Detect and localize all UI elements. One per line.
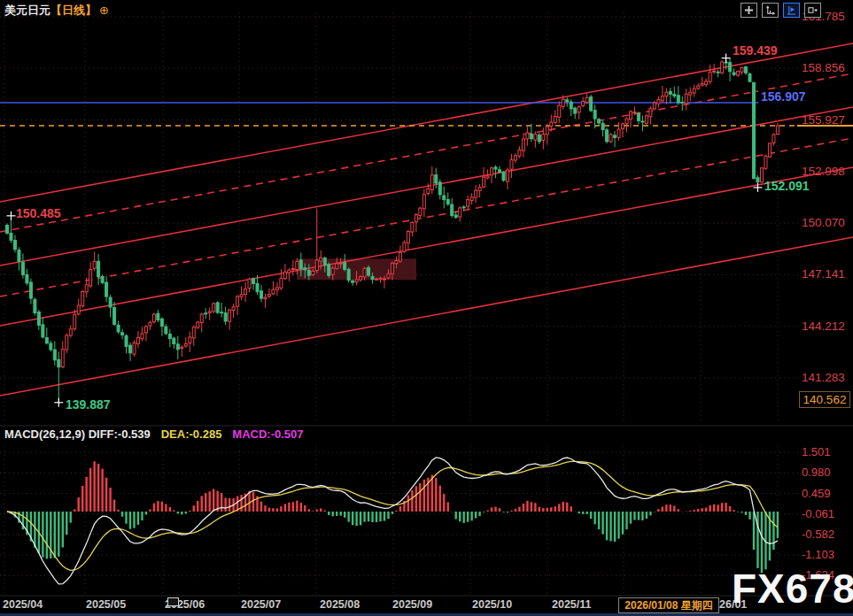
macd-tick-label: 0.980 (802, 466, 831, 479)
main-chart-canvas[interactable] (0, 0, 853, 616)
macd-value: MACD:-0.507 (232, 427, 303, 441)
axis-scale-icon[interactable] (762, 3, 779, 18)
month-label: 2025/08 (320, 598, 360, 611)
month-label: 2025/05 (86, 598, 126, 611)
crosshair-date-box: 2026/01/08 星期四 (618, 597, 719, 613)
month-label: 2025/11 (552, 598, 592, 611)
macd-header: MACD(26,12,9) DIFF:-0.539DEA:-0.285MACD:… (4, 427, 304, 441)
month-label: 2025/07 (241, 598, 281, 611)
macd-tick-label: -1.103 (802, 548, 834, 561)
watermark: FX678 (732, 565, 853, 612)
price-tick-label: 150.070 (802, 216, 845, 229)
month-label: 2025/09 (392, 598, 432, 611)
macd-diff-value: MACD(26,12,9) DIFF:-0.539 (4, 427, 151, 441)
add-indicator-icon[interactable]: ⊕ (99, 4, 109, 17)
extreme-price-label: 152.091 (764, 179, 810, 193)
extreme-price-label: 159.439 (733, 43, 778, 58)
move-tool-icon[interactable] (741, 3, 757, 18)
price-tick-label: 155.927 (802, 113, 845, 127)
price-axis-box: 140.562 (799, 391, 850, 408)
macd-tick-label: 1.501 (802, 445, 831, 458)
chart-window: 美元日元【日线】⊕ 161.785158.856155.927152.99815… (0, 0, 853, 616)
macd-tick-label: -0.582 (802, 527, 834, 541)
macd-tick-label: -0.061 (802, 507, 834, 520)
visible-range-icon[interactable] (783, 3, 800, 18)
pan-right-icon[interactable] (804, 3, 821, 18)
period-tag: 【日线】 (50, 4, 97, 17)
axis-drag-handle[interactable] (167, 597, 179, 606)
price-tick-label: 147.141 (802, 267, 845, 281)
month-label: 2025/10 (472, 598, 512, 611)
time-axis[interactable]: 2025/042025/052025/062025/072025/082025/… (0, 597, 853, 614)
instrument-title: 美元日元【日线】⊕ (4, 3, 109, 19)
macd-dea-value: DEA:-0.285 (161, 427, 222, 441)
blue-level-label: 156.907 (758, 89, 809, 104)
chart-toolbar (741, 3, 821, 18)
price-tick-label: 141.283 (802, 371, 845, 384)
month-label: 2025/04 (3, 598, 43, 611)
price-tick-label: 158.856 (802, 61, 845, 74)
extreme-price-label: 150.485 (16, 206, 61, 220)
price-tick-label: 144.212 (802, 320, 845, 333)
macd-tick-label: 0.459 (802, 487, 831, 500)
extreme-price-label: 139.887 (66, 397, 111, 412)
symbol-name: 美元日元 (4, 4, 50, 17)
price-tick-label: 152.998 (802, 165, 845, 178)
